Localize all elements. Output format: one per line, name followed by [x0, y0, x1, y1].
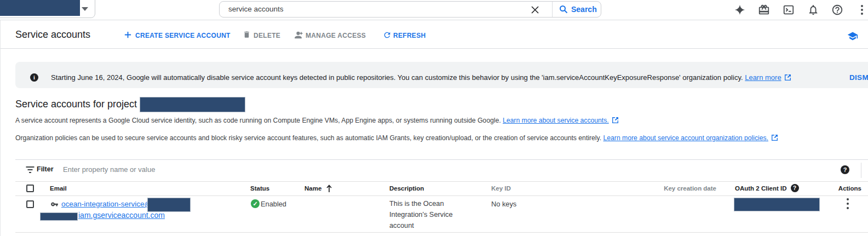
select-all-checkbox[interactable]: [26, 185, 34, 192]
external-link-icon: [772, 135, 778, 142]
key-id-value: No keys: [491, 200, 516, 208]
banner-text: Starting June 16, 2024, Google will auto…: [51, 73, 791, 82]
page-title: Service accounts: [15, 29, 90, 41]
description-line: This is the Ocean: [389, 199, 444, 208]
external-link-icon: [785, 74, 791, 82]
plus-icon: [124, 31, 132, 41]
notifications-icon[interactable]: [807, 4, 819, 16]
divider: [15, 181, 868, 182]
column-header-actions[interactable]: Actions: [827, 185, 861, 192]
service-accounts-page: service accounts Search Service accounts: [0, 0, 868, 236]
project-name-redacted: [0, 0, 80, 16]
refresh-icon: [383, 31, 392, 42]
column-header-key-creation-date[interactable]: Key creation date: [659, 185, 716, 192]
external-link-icon: [612, 117, 618, 125]
description-paragraph-1: A service account represents a Google Cl…: [15, 117, 618, 125]
filter-help-icon[interactable]: ?: [841, 165, 849, 174]
oauth-client-id-redacted: [734, 198, 820, 211]
delete-icon: [243, 30, 251, 41]
oauth-help-icon[interactable]: ?: [791, 184, 799, 192]
cloud-shell-icon[interactable]: [783, 4, 795, 16]
service-account-email-link[interactable]: ocean-integration-service@: [61, 200, 152, 208]
divider: [552, 2, 553, 17]
column-header-name[interactable]: Name: [304, 185, 321, 192]
learning-icon[interactable]: [847, 31, 859, 44]
more-menu-icon[interactable]: [860, 4, 864, 16]
project-id-redacted: [140, 97, 245, 112]
email-redacted-2: [40, 212, 78, 221]
learn-more-service-accounts-link[interactable]: Learn more about service accounts.: [503, 117, 609, 124]
description-line: account: [389, 221, 414, 229]
email-redacted-1: [147, 198, 191, 212]
column-header-oauth2-client-id[interactable]: OAuth 2 Client ID ?: [735, 184, 799, 192]
banner-learn-more-link[interactable]: Learn more: [745, 73, 781, 82]
chevron-down-icon: [82, 7, 88, 11]
column-header-status[interactable]: Status: [250, 185, 269, 192]
refresh-button[interactable]: REFRESH: [393, 32, 426, 39]
divider: [861, 163, 861, 178]
service-account-email-link-line2[interactable]: iam.gserviceaccount.com: [78, 211, 165, 220]
gift-icon[interactable]: [758, 4, 770, 16]
create-service-account-button[interactable]: CREATE SERVICE ACCOUNT: [135, 32, 231, 39]
description-line: Integration's Service: [389, 210, 453, 218]
info-icon: i: [30, 73, 38, 82]
filter-label: Filter: [37, 165, 54, 173]
manage-access-button[interactable]: MANAGE ACCESS: [306, 32, 366, 39]
gemini-icon[interactable]: [734, 4, 746, 16]
filter-icon: [26, 166, 34, 173]
description-paragraph-2: Organization policies can be used to sec…: [15, 134, 778, 142]
search-input[interactable]: service accounts: [228, 5, 284, 13]
row-checkbox[interactable]: [26, 200, 34, 208]
left-panel-edge: [0, 20, 1, 236]
manage-access-icon: [293, 31, 303, 42]
dismiss-button[interactable]: DISMISS: [849, 73, 868, 82]
column-header-key-id[interactable]: Key ID: [491, 185, 511, 192]
top-bar: service accounts Search: [0, 0, 868, 20]
section-heading: Service accounts for project: [15, 99, 137, 110]
learn-more-org-policies-link[interactable]: Learn more about service account organiz…: [603, 134, 768, 142]
divider: [15, 195, 868, 196]
status-enabled-icon: ✓: [251, 199, 260, 208]
filter-input[interactable]: Enter property name or value: [63, 165, 155, 174]
service-account-key-icon: [50, 200, 59, 210]
column-header-description[interactable]: Description: [389, 185, 424, 192]
column-header-email[interactable]: Email: [50, 185, 67, 192]
close-icon[interactable]: [531, 6, 539, 14]
info-banner: i Starting June 16, 2024, Google will au…: [15, 62, 868, 88]
divider: [15, 159, 868, 160]
search-icon: [559, 5, 568, 16]
row-actions-menu-icon[interactable]: [843, 198, 852, 211]
delete-button[interactable]: DELETE: [254, 32, 280, 39]
search-button[interactable]: Search: [571, 5, 597, 14]
status-value: Enabled: [261, 200, 286, 208]
action-toolbar: Service accounts CREATE SERVICE ACCOUNT …: [0, 20, 868, 49]
divider: [15, 232, 868, 233]
help-icon[interactable]: [831, 4, 843, 16]
sort-ascending-icon: [325, 184, 333, 195]
